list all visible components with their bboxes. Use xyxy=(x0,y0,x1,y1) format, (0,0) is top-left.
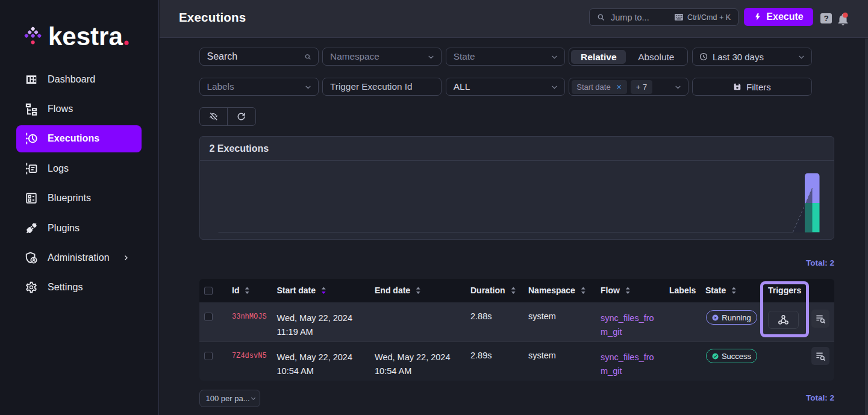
svg-text:kestra: kestra xyxy=(48,23,123,51)
